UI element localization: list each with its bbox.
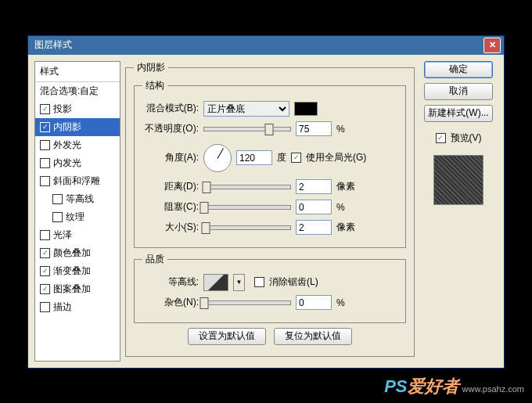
size-unit: 像素 [336,221,355,234]
percent-unit: % [336,297,345,308]
watermark: PS 爱好者 www.psahz.com [384,375,524,398]
cancel-button[interactable]: 取消 [424,83,493,100]
contour-dropdown-icon[interactable]: ▼ [233,274,245,291]
sidebar-item-label: 渐变叠加 [53,264,91,278]
style-checkbox[interactable] [40,122,50,132]
quality-title: 品质 [142,253,167,266]
antialias-label: 消除锯齿(L) [269,275,318,289]
distance-value[interactable] [296,179,332,194]
sidebar-item[interactable]: 等高线 [35,190,120,208]
preview-thumbnail [433,155,483,205]
blending-options[interactable]: 混合选项:自定 [35,82,120,100]
sidebar-item-label: 颜色叠加 [53,246,91,260]
percent-unit: % [336,124,345,135]
distance-label: 距离(D): [142,180,199,193]
new-style-button[interactable]: 新建样式(W)... [424,105,493,122]
angle-dial[interactable] [203,144,232,172]
antialias-checkbox[interactable] [254,277,264,287]
size-value[interactable] [296,220,332,235]
sidebar-item[interactable]: 内阴影 [35,118,120,136]
style-checkbox[interactable] [40,140,50,150]
sidebar-item-label: 纹理 [66,210,84,224]
style-checkbox[interactable] [40,158,50,168]
sidebar-item[interactable]: 斜面和浮雕 [35,172,120,190]
sidebar-header: 样式 [35,62,120,82]
distance-slider[interactable] [203,185,291,189]
angle-value[interactable] [236,150,272,165]
sidebar-item-label: 投影 [53,103,72,116]
structure-group: 结构 混合模式(B): 正片叠底 不透明度(O): % [134,79,406,248]
sidebar-item[interactable]: 颜色叠加 [35,244,120,262]
style-checkbox[interactable] [40,104,50,114]
style-checkbox[interactable] [40,266,50,276]
sidebar-item[interactable]: 光泽 [35,226,120,244]
noise-value[interactable] [296,295,332,310]
choke-slider[interactable] [203,205,291,210]
contour-label: 等高线: [142,275,199,289]
sidebar-item[interactable]: 外发光 [35,136,120,154]
layer-style-dialog: 图层样式 ✕ 样式 混合选项:自定 投影内阴影外发光内发光斜面和浮雕等高线纹理光… [27,35,505,369]
percent-unit: % [336,202,345,213]
global-light-checkbox[interactable] [291,153,301,163]
sidebar-item-label: 图案叠加 [53,282,91,296]
style-checkbox[interactable] [52,194,63,204]
opacity-label: 不透明度(O): [142,122,199,135]
preview-label: 预览(V) [451,131,482,145]
set-default-button[interactable]: 设置为默认值 [188,328,266,345]
right-panel: 确定 取消 新建样式(W)... 预览(V) [419,61,498,362]
sidebar-item-label: 外发光 [53,139,81,152]
choke-label: 阻塞(C): [142,200,199,214]
opacity-slider[interactable] [203,127,291,131]
sidebar-item[interactable]: 描边 [35,298,120,316]
sidebar-item[interactable]: 图案叠加 [35,280,120,298]
settings-panel: 内阴影 结构 混合模式(B): 正片叠底 不透明度(O): % [125,61,415,362]
reset-default-button[interactable]: 复位为默认值 [274,328,352,345]
titlebar[interactable]: 图层样式 ✕ [28,36,504,55]
window-title: 图层样式 [31,38,72,52]
contour-picker[interactable] [203,274,228,291]
sidebar-item-label: 内发光 [53,157,81,170]
blend-mode-select[interactable]: 正片叠底 [203,101,289,117]
color-swatch[interactable] [294,102,318,116]
effect-title: 内阴影 [134,61,168,74]
sidebar-item-label: 光泽 [53,228,72,242]
choke-value[interactable] [296,200,332,214]
quality-group: 品质 等高线: ▼ 消除锯齿(L) 杂色(N): % [134,253,406,323]
global-light-label: 使用全局光(G) [306,151,366,164]
style-checkbox[interactable] [40,248,50,258]
structure-title: 结构 [142,79,167,92]
close-button[interactable]: ✕ [483,38,501,53]
blend-mode-label: 混合模式(B): [142,102,199,115]
sidebar-item-label: 等高线 [66,193,94,206]
ok-button[interactable]: 确定 [424,61,493,78]
style-checkbox[interactable] [40,302,50,312]
noise-label: 杂色(N): [142,296,199,309]
size-slider[interactable] [203,225,291,230]
sidebar-item[interactable]: 内发光 [35,154,120,172]
styles-sidebar: 样式 混合选项:自定 投影内阴影外发光内发光斜面和浮雕等高线纹理光泽颜色叠加渐变… [34,61,120,362]
style-checkbox[interactable] [40,284,50,294]
style-checkbox[interactable] [52,212,63,222]
style-checkbox[interactable] [40,176,50,186]
size-label: 大小(S): [142,221,199,234]
sidebar-item-label: 斜面和浮雕 [53,175,100,188]
sidebar-item[interactable]: 纹理 [35,208,120,226]
sidebar-item-label: 内阴影 [53,121,81,134]
angle-label: 角度(A): [142,151,199,164]
sidebar-item[interactable]: 投影 [35,100,120,118]
distance-unit: 像素 [336,180,355,193]
sidebar-item-label: 描边 [53,300,72,314]
opacity-value[interactable] [296,121,332,136]
angle-unit: 度 [277,151,286,164]
preview-checkbox[interactable] [436,133,446,143]
sidebar-item[interactable]: 渐变叠加 [35,262,120,280]
noise-slider[interactable] [203,300,291,305]
style-checkbox[interactable] [40,230,50,240]
effect-group: 内阴影 结构 混合模式(B): 正片叠底 不透明度(O): % [125,61,415,357]
